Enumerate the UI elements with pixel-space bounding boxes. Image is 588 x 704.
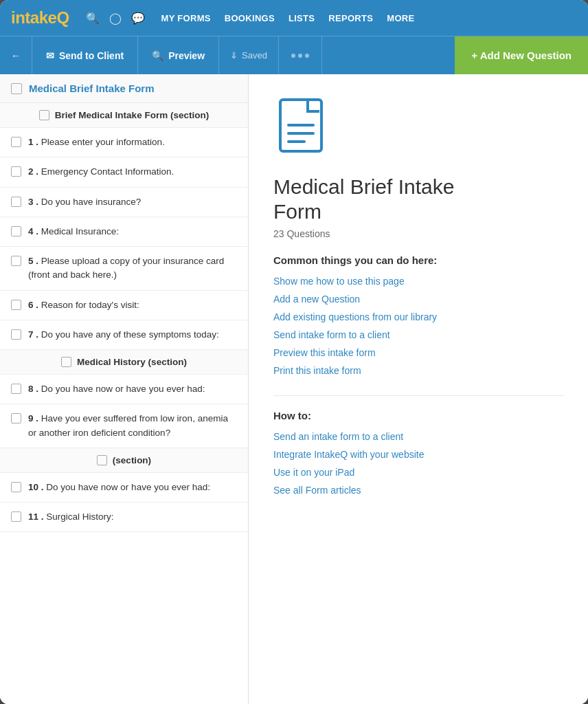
section-unnamed[interactable]: (section)	[0, 448, 248, 473]
section-medical-history[interactable]: Medical History (section)	[0, 350, 248, 375]
item-checkbox[interactable]	[11, 413, 21, 424]
list-item[interactable]: 5 . Please upload a copy of your insuran…	[0, 247, 248, 291]
brand-part2: Q	[56, 8, 69, 27]
nav-bookings[interactable]: BOOKINGS	[225, 13, 275, 23]
item-text: 4 . Medical Insurance:	[28, 225, 119, 239]
item-text: 10 . Do you have now or have you ever ha…	[28, 481, 210, 494]
list-item[interactable]: 10 . Do you have now or have you ever ha…	[0, 473, 248, 503]
item-text: 6 . Reason for today's visit:	[28, 298, 139, 312]
toolbar: ← ✉ Send to Client 🔍 Preview ⇓ Saved + A…	[0, 36, 588, 74]
item-text: 9 . Have you ever suffered from low iron…	[28, 412, 237, 440]
link-add-existing[interactable]: Add existing questions from our library	[273, 311, 563, 322]
item-checkbox[interactable]	[11, 329, 21, 340]
item-checkbox[interactable]	[11, 300, 21, 310]
section-checkbox[interactable]	[61, 357, 71, 367]
chat-icon[interactable]: 💬	[131, 12, 145, 25]
section-checkbox[interactable]	[39, 110, 49, 120]
form-document-icon	[273, 96, 335, 158]
form-title-checkbox[interactable]	[11, 83, 22, 94]
dot-2	[298, 54, 302, 58]
list-item[interactable]: 2 . Emergency Contact Information.	[0, 157, 248, 187]
item-text: 5 . Please upload a copy of your insuran…	[28, 254, 237, 283]
section-label: Medical History (section)	[77, 357, 187, 367]
common-links: Show me how to use this page Add a new Q…	[273, 276, 563, 376]
link-show-how[interactable]: Show me how to use this page	[273, 276, 563, 287]
dot-1	[291, 54, 295, 58]
item-text: 2 . Emergency Contact Information.	[28, 165, 174, 179]
nav-links: MY FORMS BOOKINGS LISTS REPORTS MORE	[161, 13, 415, 23]
clock-icon[interactable]: ◯	[109, 12, 122, 25]
list-item[interactable]: 8 . Do you have now or have you ever had…	[0, 375, 248, 404]
section-brief-medical[interactable]: Brief Medical Intake Form (section)	[0, 103, 248, 128]
link-add-question[interactable]: Add a new Question	[273, 294, 563, 305]
item-checkbox[interactable]	[11, 512, 21, 522]
preview-icon: 🔍	[152, 50, 163, 61]
app-window: intakeQ 🔍 ◯ 💬 MY FORMS BOOKINGS LISTS RE…	[0, 0, 588, 704]
list-item[interactable]: 6 . Reason for today's visit:	[0, 291, 248, 320]
common-heading: Common things you can do here:	[273, 254, 563, 266]
form-main-title: Medical Brief IntakeForm	[273, 175, 563, 224]
back-button[interactable]: ←	[0, 36, 32, 74]
list-item[interactable]: 7 . Do you have any of these symptoms to…	[0, 320, 248, 350]
list-item[interactable]: 11 . Surgical History:	[0, 503, 248, 532]
howto-links: Send an intake form to a client Integrat…	[273, 431, 563, 496]
section-label: Brief Medical Intake Form (section)	[55, 110, 209, 120]
item-text: 7 . Do you have any of these symptoms to…	[28, 328, 219, 342]
item-checkbox[interactable]	[11, 197, 21, 207]
nav-lists[interactable]: LISTS	[289, 13, 315, 23]
top-nav: intakeQ 🔍 ◯ 💬 MY FORMS BOOKINGS LISTS RE…	[0, 0, 588, 36]
dot-3	[305, 54, 309, 58]
item-text: 3 . Do you have insurance?	[28, 195, 141, 209]
item-checkbox[interactable]	[11, 166, 21, 177]
item-text: 1 . Please enter your information.	[28, 135, 165, 149]
right-panel: Medical Brief IntakeForm 23 Questions Co…	[249, 74, 588, 704]
list-item[interactable]: 3 . Do you have insurance?	[0, 188, 248, 217]
section-checkbox[interactable]	[97, 455, 107, 465]
form-title-row: Medical Brief Intake Form	[0, 74, 248, 103]
link-send-client[interactable]: Send an intake form to a client	[273, 431, 563, 442]
link-preview-form[interactable]: Preview this intake form	[273, 347, 563, 358]
main-content: Medical Brief Intake Form Brief Medical …	[0, 74, 588, 704]
envelope-icon: ✉	[46, 50, 54, 61]
link-integrate[interactable]: Integrate IntakeQ with your website	[273, 449, 563, 460]
divider	[273, 395, 563, 396]
nav-more[interactable]: MORE	[387, 13, 414, 23]
list-item[interactable]: 1 . Please enter your information.	[0, 128, 248, 157]
send-to-client-button[interactable]: ✉ Send to Client	[32, 36, 138, 74]
more-options[interactable]	[279, 36, 322, 74]
saved-status: ⇓ Saved	[219, 36, 279, 74]
item-checkbox[interactable]	[11, 482, 21, 492]
item-checkbox[interactable]	[11, 384, 21, 394]
add-new-question-button[interactable]: + Add New Question	[455, 36, 588, 74]
list-item[interactable]: 9 . Have you ever suffered from low iron…	[0, 404, 248, 448]
nav-reports[interactable]: REPORTS	[328, 13, 373, 23]
list-item[interactable]: 4 . Medical Insurance:	[0, 217, 248, 247]
preview-button[interactable]: 🔍 Preview	[138, 36, 219, 74]
nav-my-forms[interactable]: MY FORMS	[161, 13, 211, 23]
item-checkbox[interactable]	[11, 137, 21, 147]
nav-icons: 🔍 ◯ 💬	[86, 12, 145, 25]
item-checkbox[interactable]	[11, 226, 21, 236]
item-text: 11 . Surgical History:	[28, 510, 114, 524]
search-icon[interactable]: 🔍	[86, 12, 100, 25]
download-icon: ⇓	[230, 50, 238, 60]
question-count: 23 Questions	[273, 228, 563, 239]
left-panel: Medical Brief Intake Form Brief Medical …	[0, 74, 249, 704]
link-print-form[interactable]: Print this intake form	[273, 365, 563, 376]
form-title: Medical Brief Intake Form	[29, 82, 155, 94]
item-checkbox[interactable]	[11, 256, 21, 266]
link-ipad[interactable]: Use it on your iPad	[273, 467, 563, 478]
brand-logo[interactable]: intakeQ	[11, 8, 69, 28]
section-label: (section)	[113, 455, 151, 465]
brand-part1: intake	[11, 8, 56, 27]
howto-heading: How to:	[273, 410, 563, 421]
item-text: 8 . Do you have now or have you ever had…	[28, 382, 205, 396]
link-all-articles[interactable]: See all Form articles	[273, 485, 563, 496]
link-send-intake[interactable]: Send intake form to a client	[273, 329, 563, 340]
